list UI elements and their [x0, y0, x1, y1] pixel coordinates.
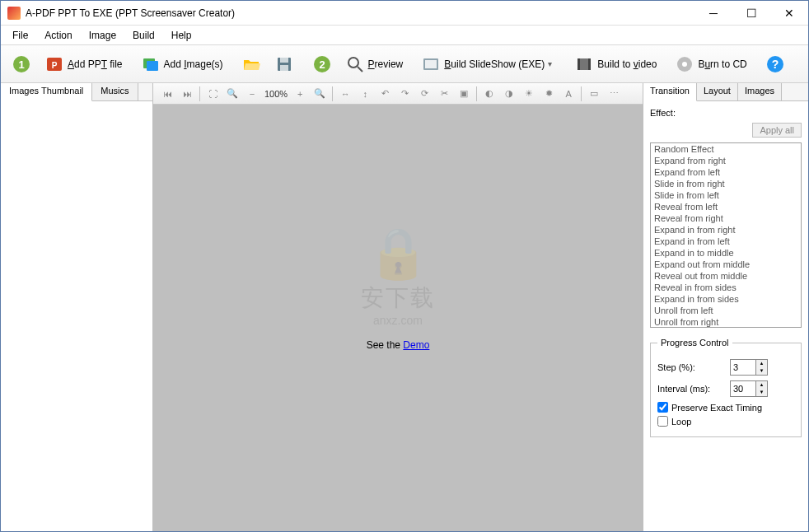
effect-item[interactable]: Slide in from right — [651, 178, 801, 189]
step-down-icon[interactable]: ▼ — [756, 367, 767, 375]
menu-file[interactable]: File — [4, 28, 36, 43]
effect-list[interactable]: Random EffectExpand from rightExpand fro… — [650, 142, 802, 328]
maximize-button[interactable]: ☐ — [732, 1, 770, 26]
close-button[interactable]: ✕ — [770, 1, 808, 26]
nav-next-icon[interactable]: ⏭ — [180, 86, 194, 101]
canvas: 🔒 安下载 anxz.com See the Demo — [153, 105, 643, 531]
crop-icon[interactable]: ✂ — [437, 86, 451, 101]
zoom-out-icon[interactable]: 🔍 — [225, 86, 240, 101]
zoom-in-icon[interactable]: 🔍 — [312, 86, 327, 101]
text-icon[interactable]: A — [561, 86, 576, 101]
effect-item[interactable]: Reveal out from middle — [651, 270, 801, 282]
menu-help[interactable]: Help — [163, 28, 200, 43]
loop-checkbox[interactable] — [657, 416, 668, 427]
tab-images-thumbnail[interactable]: Images Thumbnail — [1, 83, 92, 101]
nav-first-icon[interactable]: ⏮ — [160, 86, 175, 101]
fit-icon[interactable]: ⛶ — [205, 86, 220, 101]
slideshow-icon — [421, 54, 441, 74]
menu-build[interactable]: Build — [124, 28, 163, 43]
demo-link[interactable]: Demo — [403, 339, 429, 351]
effect-item[interactable]: Unroll from right — [651, 316, 801, 328]
tab-musics[interactable]: Musics — [92, 83, 138, 100]
toolbar-btn-1[interactable]: 1 — [6, 50, 37, 78]
build-video-label: Build to video — [597, 58, 657, 70]
window-title: A-PDF PPT To EXE (PPT Screensaver Creato… — [26, 7, 694, 19]
brightness-up-icon[interactable]: ☀ — [521, 86, 536, 101]
effect-item[interactable]: Expand out from middle — [651, 259, 801, 270]
build-slideshow-button[interactable]: Build SlideShow (EXE) ▾ — [415, 50, 562, 78]
effect-item[interactable]: Unroll from left — [651, 305, 801, 316]
main-area: Images Thumbnail Musics ⏮ ⏭ ⛶ 🔍 − 100% +… — [1, 83, 808, 531]
select-icon[interactable]: ▣ — [456, 86, 471, 101]
svg-rect-17 — [588, 58, 591, 70]
effect-item[interactable]: Expand in from sides — [651, 293, 801, 305]
build-slideshow-label: Build SlideShow (EXE) — [444, 58, 545, 70]
interval-down-icon[interactable]: ▼ — [756, 389, 767, 396]
contrast-down-icon[interactable]: ◑ — [502, 86, 517, 101]
tab-images[interactable]: Images — [738, 83, 782, 100]
rotate-icon[interactable]: ⟳ — [417, 86, 432, 101]
interval-label: Interval (ms): — [657, 384, 723, 394]
frame-icon[interactable]: ▭ — [587, 86, 601, 101]
rotate-right-icon[interactable]: ↷ — [397, 86, 412, 101]
zoom-level: 100% — [264, 89, 288, 99]
lock-icon: 🔒 — [361, 224, 435, 282]
tab-transition[interactable]: Transition — [643, 83, 697, 101]
contrast-up-icon[interactable]: ◐ — [482, 86, 497, 101]
tab-layout[interactable]: Layout — [697, 83, 738, 100]
left-tabs: Images Thumbnail Musics — [1, 83, 152, 101]
build-video-button[interactable]: Build to video — [568, 50, 662, 78]
step-input[interactable] — [730, 359, 756, 376]
save-button[interactable] — [269, 50, 300, 78]
effect-item[interactable]: Expand from right — [651, 155, 801, 166]
dropdown-icon: ▾ — [548, 59, 556, 68]
interval-up-icon[interactable]: ▲ — [756, 381, 767, 389]
effect-item[interactable]: Random Effect — [651, 143, 801, 155]
effect-item[interactable]: Expand in from left — [651, 236, 801, 247]
svg-rect-14 — [425, 60, 437, 68]
brightness-down-icon[interactable]: ✹ — [541, 86, 556, 101]
video-icon — [574, 54, 594, 74]
effect-item[interactable]: Slide in from left — [651, 189, 801, 201]
menu-action[interactable]: Action — [36, 28, 80, 43]
effect-item[interactable]: Reveal in from sides — [651, 282, 801, 293]
flip-v-icon[interactable]: ↕ — [358, 86, 372, 101]
rotate-left-icon[interactable]: ↶ — [377, 86, 392, 101]
apply-all-button[interactable]: Apply all — [752, 123, 802, 138]
burn-cd-button[interactable]: Burn to CD — [669, 50, 752, 78]
canvas-toolbar: ⏮ ⏭ ⛶ 🔍 − 100% + 🔍 ↔ ↕ ↶ ↷ ⟳ ✂ ▣ ◐ ◑ ☀ ✹… — [153, 83, 643, 105]
svg-text:2: 2 — [319, 58, 325, 71]
thumbnail-area — [1, 101, 152, 531]
add-ppt-button[interactable]: P Add PPT file — [39, 50, 129, 78]
open-button[interactable] — [236, 50, 267, 78]
svg-point-19 — [682, 62, 687, 67]
help-button[interactable]: ? — [760, 50, 791, 78]
effect-item[interactable]: Expand in from right — [651, 224, 801, 236]
svg-rect-5 — [147, 61, 158, 71]
menu-image[interactable]: Image — [81, 28, 124, 43]
magnifier-icon — [345, 54, 365, 74]
add-images-button[interactable]: Add Image(s) — [135, 50, 229, 78]
svg-point-11 — [348, 58, 358, 68]
effect-item[interactable]: Reveal from right — [651, 212, 801, 224]
preview-button[interactable]: Preview — [339, 50, 409, 78]
plus-icon[interactable]: + — [292, 86, 307, 101]
step-up-icon[interactable]: ▲ — [756, 360, 767, 367]
svg-rect-8 — [280, 65, 288, 71]
minus-icon[interactable]: − — [245, 86, 260, 101]
effect-item[interactable]: Expand from left — [651, 166, 801, 178]
preserve-timing-checkbox[interactable] — [657, 402, 668, 413]
center-panel: ⏮ ⏭ ⛶ 🔍 − 100% + 🔍 ↔ ↕ ↶ ↷ ⟳ ✂ ▣ ◐ ◑ ☀ ✹… — [153, 83, 643, 531]
flip-h-icon[interactable]: ↔ — [338, 86, 353, 101]
effect-label: Effect: — [650, 108, 676, 118]
more-icon[interactable]: ⋯ — [606, 86, 621, 101]
folder-open-icon — [241, 54, 261, 74]
toolbar-btn-2[interactable]: 2 — [306, 50, 338, 78]
number-2-icon: 2 — [312, 54, 332, 74]
effect-item[interactable]: Expand in to middle — [651, 247, 801, 259]
cd-icon — [675, 54, 694, 74]
app-icon — [7, 7, 21, 20]
effect-item[interactable]: Reveal from left — [651, 201, 801, 212]
minimize-button[interactable]: ─ — [694, 1, 732, 26]
interval-input[interactable] — [730, 380, 756, 397]
